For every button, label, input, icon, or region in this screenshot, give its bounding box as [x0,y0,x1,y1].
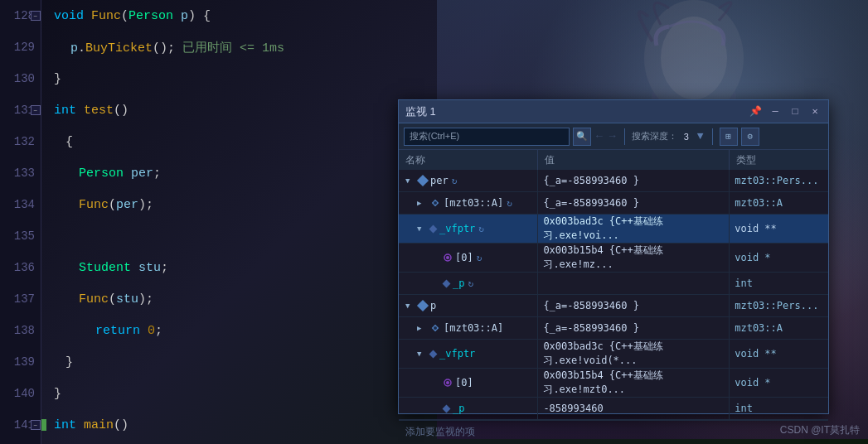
table-row-p-mzt03a[interactable]: ▶ [mzt03::A] {_a=-858993460 } mzt03::A [399,317,828,340]
refresh-per-vfptr[interactable]: ↻ [478,224,484,234]
row-name-per-vfptr: ▼ _vfptr ↻ [399,215,538,244]
value-per-p [538,273,730,295]
table-row-per-p[interactable]: ▶ _p ↻ int [399,273,828,295]
table-row-p-vfptr[interactable]: ▼ _vfptr 0x003bad3c {C++基础练习.exe!void(*.… [399,340,828,369]
code-text-141: int main() [46,418,129,432]
depth-label: 搜索深度： [632,130,677,142]
name-text-p-vfptr: _vfptr [439,348,475,360]
code-line-129: 129 p.BuyTicket(); 已用时间 <= 1ms [46,31,406,63]
table-row-p-p[interactable]: ▶ _p -858993460 int [399,398,828,420]
code-content-area: 128 − void Func(Person p) { 129 p.BuyTic… [0,0,406,444]
code-line-140: 140 } [46,378,406,409]
expand-arrow-per[interactable]: ▼ [405,176,415,185]
type-p-p: int [730,398,828,420]
svg-point-7 [446,256,449,259]
expand-arrow-per-vfptr[interactable]: ▼ [417,224,427,233]
watch-table-header: 名称 值 类型 [399,150,828,170]
table-row-per-vfptr[interactable]: ▼ _vfptr ↻ 0x003bad3c {C++基础练习.exe!voi..… [399,215,828,244]
icon-circle-per-vfptr-0 [444,253,452,262]
name-text-p-p: _p [453,403,464,414]
refresh-per-p[interactable]: ↻ [468,278,473,289]
add-watch-item[interactable]: 添加要监视的项 [399,420,828,443]
maximize-icon[interactable]: □ [788,105,802,118]
name-text-p: p [430,300,436,311]
type-per: mzt03::Pers... [730,170,828,192]
line-num-133: 133 [4,166,41,180]
code-text-140: } [46,387,61,401]
icon-vfptr-per [429,224,438,233]
code-line-133: 133 Person per; [46,157,406,189]
watch-titlebar: 监视 1 📌 — □ ✕ [399,100,828,123]
collapse-btn-141[interactable]: − [31,420,41,430]
expand-arrow-p[interactable]: ▼ [405,302,415,310]
expand-arrow-p-mzt03a[interactable]: ▶ [417,324,427,332]
value-p: {_a=-858993460 } [538,295,730,317]
table-row-per[interactable]: ▼ per ↻ {_a=-858993460 } mzt03::Pers... [399,170,828,192]
search-icon-btn[interactable]: 🔍 [573,128,591,146]
code-text-134: Func(per); [46,198,153,212]
row-name-per-mzt03a: ▶ [mzt03::A] ↻ [399,192,538,215]
nav-back-arrow: ← [594,130,604,142]
search-box[interactable]: 搜索(Ctrl+E) [404,128,570,146]
watch-table-body: ▼ per ↻ {_a=-858993460 } mzt03::Pers... … [399,170,828,420]
icon-gear-p-mzt03a [430,323,440,333]
code-text-130: } [46,72,61,86]
expand-arrow-per-mzt03a[interactable]: ▶ [417,199,427,207]
row-name-p-vfptr: ▼ _vfptr [399,340,538,369]
code-line-134: 134 Func(per); [46,189,406,220]
icon-gear-per-mzt03a [430,198,440,208]
expand-arrow-p-p: ▶ [430,404,440,413]
icon-vfptr-p [429,350,438,358]
line-num-134: 134 [4,198,41,211]
settings-btn[interactable]: ⚙ [741,128,759,146]
expand-arrow-p-vfptr[interactable]: ▼ [417,350,427,358]
refresh-per[interactable]: ↻ [452,176,458,186]
table-row-per-vfptr-0[interactable]: ▶ [0] ↻ 0x003b15b4 {C++基础练习.exe!mz... vo… [399,244,828,273]
depth-down-arrow[interactable]: ▼ [696,130,706,142]
code-text-131: int test() [46,104,129,118]
table-row-p-vfptr-0[interactable]: ▶ [0] 0x003b15b4 {C++基础练习.exe!mzt0... vo… [399,369,828,398]
close-icon[interactable]: ✕ [808,105,822,118]
kw-void: void [54,9,91,23]
svg-point-9 [434,326,437,330]
expand-arrow-per-vfptr-0: ▶ [430,253,440,262]
watch-table: 名称 值 类型 ▼ per ↻ {_a=-858993460 } mzt03::… [399,150,828,420]
fn-func: Func [91,9,121,23]
value-p-vfptr: 0x003bad3c {C++基础练习.exe!void(*... [538,340,730,369]
icon-circle-p-vfptr-0 [444,379,452,387]
header-value: 值 [538,150,730,170]
toolbar-separator-2 [712,128,713,145]
line-num-139: 139 [4,355,41,369]
table-row-per-mzt03a[interactable]: ▶ [mzt03::A] ↻ {_a=-858993460 } mzt03::A [399,192,828,215]
row-name-per-vfptr-0: ▶ [0] ↻ [399,244,538,273]
nav-forward-arrow: → [608,130,618,142]
table-row-p[interactable]: ▼ p {_a=-858993460 } mzt03::Pers... [399,295,828,317]
columns-btn[interactable]: ⊞ [720,128,738,146]
code-line-128: 128 − void Func(Person p) { [46,0,406,31]
row-name-per: ▼ per ↻ [399,170,538,192]
name-text-p-mzt03a: [mzt03::A] [444,322,503,334]
code-line-137: 137 Func(stu); [46,283,406,315]
code-line-138: 138 return 0; [46,315,406,346]
icon-pp [443,404,451,413]
minimize-icon[interactable]: — [769,105,782,118]
name-text-per-p: _p [453,278,464,289]
refresh-per-mzt03a[interactable]: ↻ [507,198,512,209]
icon-per [417,175,429,186]
type-per-mzt03a: mzt03::A [730,192,828,215]
row-name-p-mzt03a: ▶ [mzt03::A] [399,317,538,340]
watch-panel-title: 监视 1 [405,104,749,119]
refresh-per-vfptr-0[interactable]: ↻ [477,253,482,263]
header-name: 名称 [399,150,538,170]
line-num-129: 129 [4,41,41,54]
value-per: {_a=-858993460 } [538,170,730,192]
line-num-140: 140 [4,387,41,400]
line-num-135: 135 [4,229,41,243]
code-text-129: p.BuyTicket(); 已用时间 <= 1ms [46,40,284,56]
collapse-btn-131[interactable]: − [31,105,41,115]
svg-point-5 [434,201,437,205]
collapse-btn-128[interactable]: − [31,11,41,21]
pin-icon[interactable]: 📌 [749,105,762,118]
name-text-per-mzt03a: [mzt03::A] [444,197,503,209]
line-num-138: 138 [4,324,41,337]
